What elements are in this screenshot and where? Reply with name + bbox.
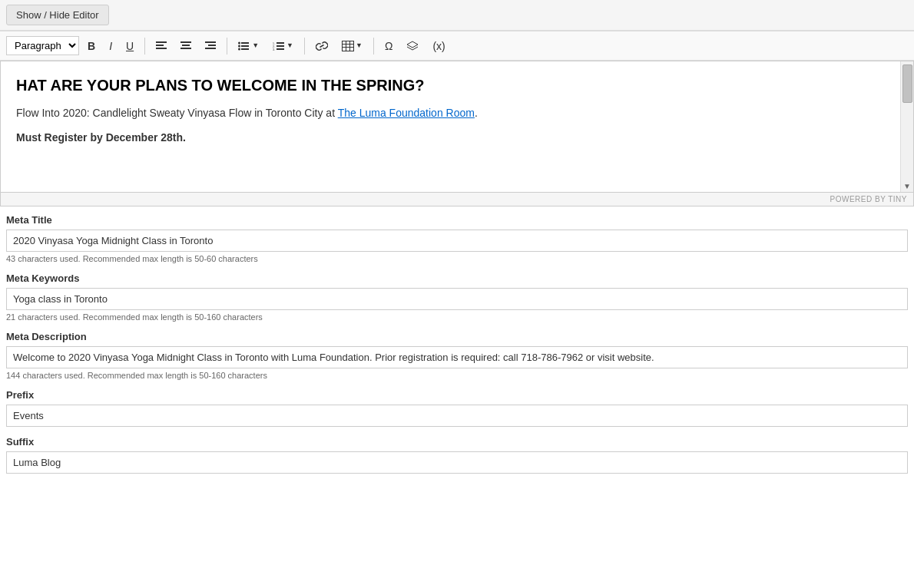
svg-rect-4 (182, 45, 190, 46)
svg-rect-0 (156, 41, 167, 43)
svg-point-9 (238, 41, 240, 44)
editor-footer: POWERED BY TINY (0, 193, 914, 206)
toolbar-divider-3 (304, 38, 305, 55)
meta-title-label: Meta Title (6, 214, 908, 226)
svg-rect-2 (156, 48, 167, 49)
suffix-label: Suffix (6, 436, 908, 448)
suffix-group: Suffix (6, 436, 908, 474)
suffix-input[interactable] (6, 451, 908, 474)
list-bullet-button[interactable]: ▼ (233, 38, 264, 54)
editor-content[interactable]: HAT ARE YOUR PLANS TO WELCOME IN THE SPR… (1, 61, 913, 192)
svg-rect-1 (156, 45, 164, 46)
body-text-suffix: . (475, 107, 478, 119)
table-chevron: ▼ (356, 42, 363, 49)
svg-rect-10 (241, 42, 249, 44)
svg-rect-22 (342, 41, 353, 51)
meta-description-label: Meta Description (6, 331, 908, 342)
align-right-icon (205, 41, 216, 51)
link-button[interactable] (310, 38, 333, 55)
svg-point-13 (238, 48, 240, 50)
toolbar-divider-1 (144, 38, 145, 55)
bold-button[interactable]: B (82, 38, 101, 55)
editor-toolbar: Paragraph Heading 1 Heading 2 Heading 3 … (0, 31, 914, 61)
editor-bold-text: Must Register by December 28th. (16, 131, 186, 144)
powered-by-label: POWERED BY TINY (830, 195, 907, 203)
body-text-prefix: Flow Into 2020: Candlelight Sweaty Vinya… (16, 107, 338, 119)
align-center-icon (180, 41, 191, 51)
scroll-down-arrow: ▼ (903, 182, 911, 190)
scrollbar-thumb (902, 64, 912, 103)
editor-body-bold: Must Register by December 28th. (16, 131, 890, 144)
editor-link[interactable]: The Luma Foundation Room (338, 107, 475, 119)
svg-rect-20 (277, 48, 284, 50)
prefix-group: Prefix (6, 389, 908, 427)
meta-keywords-label: Meta Keywords (6, 273, 908, 284)
list-bullet-chevron: ▼ (252, 42, 259, 49)
meta-keywords-group: Meta Keywords 21 characters used. Recomm… (6, 273, 908, 322)
layers-button[interactable] (401, 38, 424, 55)
layers-icon (406, 41, 419, 51)
svg-rect-16 (277, 42, 284, 44)
svg-rect-6 (205, 41, 216, 43)
editor-body-text: Flow Into 2020: Candlelight Sweaty Vinya… (16, 107, 890, 119)
table-icon (342, 41, 354, 51)
editor-wrapper: HAT ARE YOUR PLANS TO WELCOME IN THE SPR… (0, 61, 914, 193)
svg-rect-3 (180, 41, 191, 43)
list-ordered-chevron: ▼ (286, 42, 293, 49)
svg-marker-27 (407, 41, 418, 48)
meta-section: Meta Title 43 characters used. Recommend… (0, 206, 914, 487)
editor-scrollbar[interactable]: ▼ (900, 61, 913, 192)
meta-keywords-hint: 21 characters used. Recommended max leng… (6, 312, 908, 322)
show-hide-editor-button[interactable]: Show / Hide Editor (6, 5, 109, 25)
top-bar: Show / Hide Editor (0, 0, 914, 31)
svg-rect-18 (277, 45, 284, 47)
svg-rect-5 (180, 48, 191, 49)
meta-title-input[interactable] (6, 230, 908, 252)
meta-description-group: Meta Description 144 characters used. Re… (6, 331, 908, 380)
italic-button[interactable]: I (104, 38, 118, 55)
toolbar-divider-4 (373, 38, 374, 55)
editor-heading: HAT ARE YOUR PLANS TO WELCOME IN THE SPR… (16, 77, 890, 94)
meta-title-group: Meta Title 43 characters used. Recommend… (6, 214, 908, 263)
meta-description-input[interactable] (6, 346, 908, 368)
table-button[interactable]: ▼ (336, 38, 368, 55)
align-left-icon (156, 41, 167, 51)
meta-description-hint: 144 characters used. Recommended max len… (6, 371, 908, 380)
paragraph-select[interactable]: Paragraph Heading 1 Heading 2 Heading 3 (6, 36, 79, 55)
underline-button[interactable]: U (121, 38, 139, 55)
align-center-button[interactable] (175, 38, 197, 54)
svg-rect-14 (241, 48, 249, 50)
meta-title-hint: 43 characters used. Recommended max leng… (6, 254, 908, 263)
svg-text:3.: 3. (273, 48, 275, 51)
prefix-label: Prefix (6, 389, 908, 401)
align-right-button[interactable] (200, 38, 221, 54)
list-bullet-icon (238, 41, 250, 51)
toolbar-divider-2 (227, 38, 227, 55)
svg-rect-7 (208, 45, 216, 46)
prefix-input[interactable] (6, 405, 908, 427)
list-ordered-button[interactable]: 1. 2. 3. ▼ (267, 38, 299, 54)
meta-keywords-input[interactable] (6, 288, 908, 310)
link-icon (316, 41, 328, 51)
svg-rect-8 (205, 48, 216, 49)
list-ordered-icon: 1. 2. 3. (273, 41, 285, 51)
variable-button[interactable]: (x) (427, 38, 450, 55)
svg-point-11 (238, 45, 240, 47)
align-left-button[interactable] (151, 38, 172, 54)
svg-line-21 (320, 45, 323, 47)
omega-button[interactable]: Ω (379, 38, 398, 55)
svg-rect-12 (241, 45, 249, 47)
